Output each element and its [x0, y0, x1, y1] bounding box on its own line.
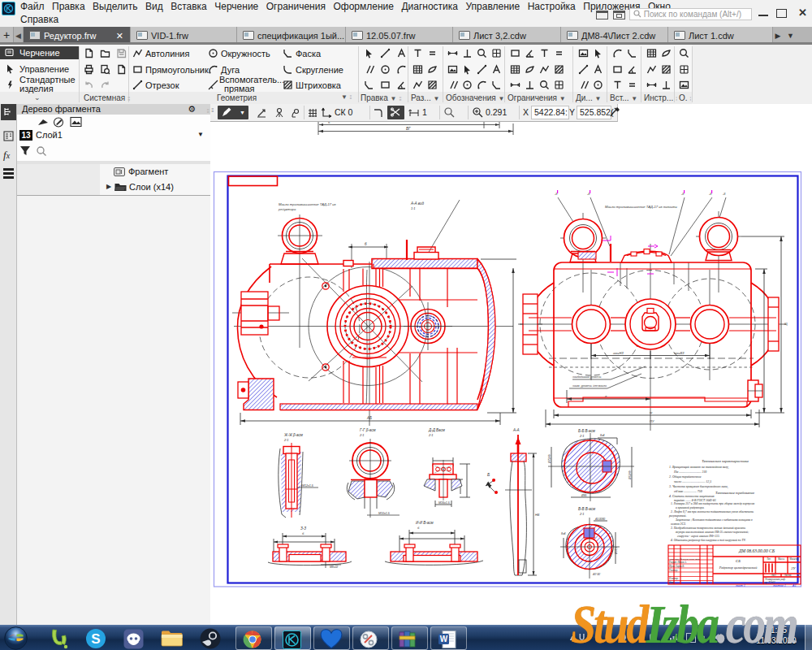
- svg-text:1:1: 1:1: [411, 206, 416, 210]
- svg-text:2:1: 2:1: [283, 438, 289, 442]
- svg-text:В-В В-асм: В-В В-асм: [578, 507, 595, 511]
- svg-text:число ........................: число ............................. 12,5: [674, 480, 711, 484]
- svg-text:8х4: 8х4: [561, 532, 566, 535]
- svg-text:снаружи - серой эмалью ПФ-133.: снаружи - серой эмалью ПФ-133.: [677, 534, 720, 538]
- svg-text:внутри маслостойкой эмалью НВ-: внутри маслостойкой эмалью НВ-25 светло-…: [676, 530, 749, 534]
- svg-text:Техническая характеристика: Техническая характеристика: [702, 459, 749, 463]
- svg-text:А-А: А-А: [512, 428, 520, 432]
- svg-text:аw=ВЗ: аw=ВЗ: [674, 351, 685, 355]
- svg-text:Б: Б: [487, 472, 490, 477]
- svg-text:Лит.: Лит.: [767, 557, 771, 561]
- svg-text:и крышкой редуктора.: и крышкой редуктора.: [676, 505, 705, 509]
- svg-text:наим. уровень для масла: наим. уровень для масла: [572, 384, 607, 388]
- svg-text:Масло трансмиссионное ТАД-17 и: Масло трансмиссионное ТАД-17 из полости: [605, 205, 677, 209]
- svg-text:регулировкой.: регулировкой.: [668, 514, 686, 518]
- svg-text:40,0080: 40,0080: [595, 518, 605, 521]
- svg-text:Масса: Масса: [778, 557, 784, 561]
- svg-text:И-И В-асм: И-И В-асм: [416, 521, 434, 525]
- svg-text:лист 1: лист 1: [735, 584, 745, 587]
- svg-text:наибольший уровень: наибольший уровень: [572, 375, 601, 379]
- svg-text:Т.контр.: Т.контр.: [669, 569, 678, 572]
- svg-text:8х4: 8х4: [600, 434, 605, 437]
- svg-text:4. Обкатать редуктор без нагру: 4. Обкатать редуктор без нагрузки и под …: [671, 538, 746, 542]
- svg-text:М10х1,5: М10х1,5: [378, 512, 390, 515]
- svg-text:1. Вращающий момент на тихоход: 1. Вращающий момент на тихоходном валу,: [669, 465, 728, 470]
- svg-text:Технические требования: Технические требования: [715, 491, 754, 495]
- svg-text:Редуктор цилиндрический: Редуктор цилиндрический: [719, 566, 758, 570]
- svg-text:Листов: Листов: [784, 574, 792, 577]
- svg-text:А1: А1: [792, 584, 796, 587]
- svg-text:ПУ: ПУ: [650, 419, 654, 423]
- svg-text:листов 1: листов 1: [772, 584, 786, 587]
- svg-text:2. Общее передаточное: 2. Общее передаточное: [669, 475, 702, 479]
- svg-text:-8: -8: [723, 193, 726, 196]
- svg-text:Утв.: Утв.: [669, 581, 674, 584]
- svg-text:З-З: З-З: [300, 526, 306, 531]
- svg-text:Изм. Лист № докум. Подп.: Изм. Лист № докум. Подп. Дата: [670, 558, 700, 561]
- svg-text:Н.контр.: Н.контр.: [668, 577, 679, 580]
- svg-text:НВ: НВ: [535, 514, 540, 517]
- svg-text:2:1: 2:1: [359, 433, 365, 437]
- svg-text:3. Необработанные поверхности: 3. Необработанные поверхности литых дета…: [671, 526, 745, 530]
- svg-text:1. Размеры 257 и 284 мм выдерж: 1. Размеры 257 и 284 мм выдержать при сб…: [671, 502, 755, 505]
- svg-text:М8х22: М8х22: [330, 566, 338, 569]
- svg-text:Разраб. Попов А.: Разраб. Попов А.: [668, 561, 687, 564]
- svg-text:ДМ 08.63.00.00 СБ: ДМ 08.63.00.00 СБ: [738, 548, 775, 553]
- svg-text:W: W: [440, 635, 448, 644]
- svg-text:М16х1,5: М16х1,5: [438, 501, 450, 505]
- svg-text:АБ: АБ: [366, 416, 372, 420]
- svg-text:Лист: Лист: [771, 574, 776, 577]
- svg-text:2:1: 2:1: [579, 512, 585, 516]
- svg-text:Б-Б В-асм: Б-Б В-асм: [578, 429, 595, 433]
- svg-text:б: б: [417, 526, 420, 530]
- svg-text:Ø85: Ø85: [581, 494, 587, 497]
- svg-text:Масштаб: Масштаб: [789, 557, 799, 561]
- svg-text:2У: 2У: [791, 566, 796, 570]
- svg-text:40°30´: 40°30´: [593, 573, 602, 576]
- svg-text:СБ: СБ: [736, 559, 741, 563]
- svg-text:Ø52H9: Ø52H9: [628, 470, 632, 480]
- svg-text:2:1: 2:1: [428, 433, 434, 437]
- svg-text:S: S: [91, 631, 100, 647]
- svg-text:Ж-Ж β-асм: Ж-Ж β-асм: [283, 433, 303, 437]
- svg-text:2:1: 2:1: [579, 434, 585, 438]
- svg-text:б: б: [302, 531, 304, 535]
- svg-text:б: б: [365, 242, 367, 246]
- svg-text:осевом 2СЗ.: осевом 2СЗ.: [671, 522, 686, 526]
- svg-text:А-А вид: А-А вид: [410, 202, 425, 206]
- svg-text:Пров. Серов В.: Пров. Серов В.: [668, 565, 685, 568]
- svg-text:ВГ: ВГ: [406, 127, 411, 131]
- svg-text:Ø72H9: Ø72H9: [548, 454, 551, 464]
- svg-text:М12х1,5: М12х1,5: [302, 484, 313, 488]
- svg-text:об/мин ................ 750: об/мин ................ 750: [674, 490, 702, 493]
- svg-text:аw=НЗ: аw=НЗ: [613, 351, 624, 355]
- svg-text:Нм ...........................: Нм ............................ 310: [673, 470, 706, 474]
- svg-text:Зацепление ; Контакт подшипник: Зацепление ; Контакт подшипника с набивн…: [676, 518, 753, 522]
- svg-text:Щ: Щ: [784, 322, 788, 326]
- svg-text:ш: ш: [650, 410, 653, 414]
- svg-text:4. Степень точности зацепления: 4. Степень точности зацепления: [669, 495, 715, 498]
- svg-text:Д-Д Васм: Д-Д Васм: [428, 428, 445, 432]
- svg-text:редуктора: редуктора: [278, 207, 296, 211]
- svg-text:Ø37,5: Ø37,5: [615, 547, 618, 555]
- svg-text:Масло трансмиссионное ТАД-17 и: Масло трансмиссионное ТАД-17 из: [279, 202, 336, 206]
- svg-text:Г-Г β-асм: Г-Г β-асм: [360, 428, 376, 432]
- svg-text:3. Частота вращения быстроходн: 3. Частота вращения быстроходного вала,: [669, 485, 728, 489]
